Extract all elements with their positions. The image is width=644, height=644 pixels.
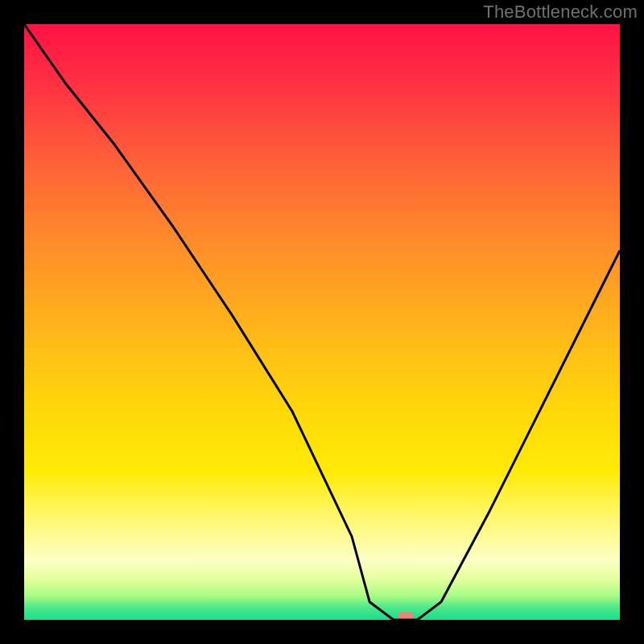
bottleneck-curve-path [24,24,620,620]
chart-stage: TheBottleneck.com [0,0,644,644]
watermark-text: TheBottleneck.com [483,2,638,23]
curve-svg [24,24,620,620]
plot-area [24,24,620,620]
